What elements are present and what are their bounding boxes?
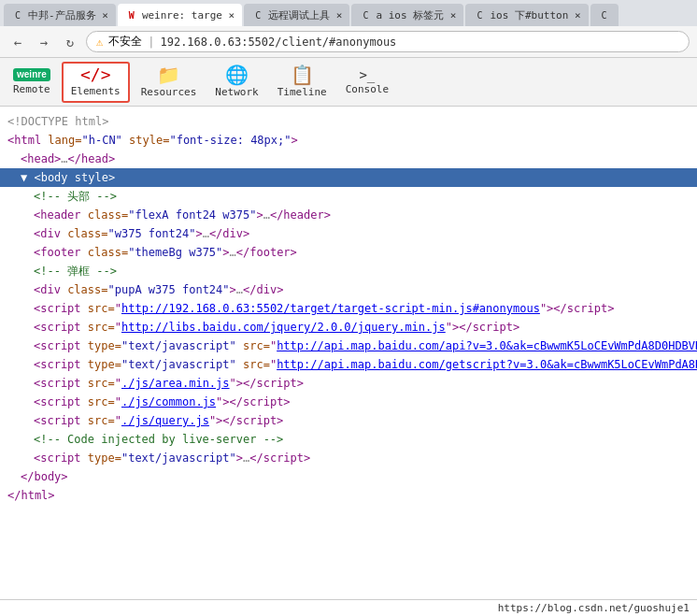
line-html: <script src="./js/area.min.js"></script> [34, 375, 304, 392]
line-html: <div class="pupA w375 font24">…</div> [34, 281, 283, 298]
refresh-button[interactable]: ↻ [60, 35, 80, 50]
line-html: <script type="text/javascript" src="http… [34, 356, 697, 373]
line-html: ▼ <body style> [21, 169, 115, 186]
tab-1-favicon: C [11, 8, 24, 21]
toolbar-elements-label: Elements [71, 85, 121, 97]
security-label: 不安全 [108, 34, 142, 50]
code-line[interactable]: <script type="text/javascript" src="http… [0, 337, 697, 355]
code-line[interactable]: <header class="flexA font24 w375">…</hea… [0, 206, 697, 224]
back-button[interactable]: ← [7, 35, 28, 50]
elements-icon: </> [80, 66, 111, 83]
code-line[interactable]: </body> [0, 467, 697, 486]
toolbar-resources[interactable]: 📁 Resources [134, 62, 205, 103]
line-html: <footer class="themeBg w375">…</footer> [34, 244, 297, 261]
tab-5-label: ios 下#button × [490, 8, 580, 22]
line-html: <!-- 弹框 --> [34, 263, 117, 279]
browser-tabs: C 中邦-产品服务 × W weinre: targe × C 远程调试上具 ×… [0, 0, 697, 26]
security-icon: ⚠ [96, 36, 103, 49]
devtools-toolbar: weinre Remote </> Elements 📁 Resources 🌐… [0, 58, 697, 107]
line-html: <div class="w375 font24">…</div> [34, 225, 249, 242]
code-line[interactable]: <!-- 头部 --> [0, 187, 697, 206]
code-panel[interactable]: <!DOCTYPE html><html lang="h-CN" style="… [0, 107, 697, 597]
code-line[interactable]: <!DOCTYPE html> [0, 112, 697, 131]
code-line[interactable]: </html> [0, 486, 697, 505]
toolbar-timeline[interactable]: 📋 Timeline [270, 62, 334, 103]
tab-6-favicon: C [598, 8, 611, 21]
doctype-text: <!DOCTYPE html> [7, 113, 108, 130]
code-line[interactable]: <div class="pupA w375 font24">…</div> [0, 280, 697, 299]
code-line[interactable]: <html lang="h-CN" style="font-size: 48px… [0, 131, 697, 150]
code-line[interactable]: <head>…</head> [0, 150, 697, 168]
line-html: <header class="flexA font24 w375">…</hea… [34, 207, 331, 223]
code-line[interactable]: <script src="./js/common.js"></script> [0, 393, 697, 411]
tab-3-label: 远程调试上具 × [268, 8, 342, 22]
url-bar[interactable]: ⚠ 不安全 | 192.168.0.63:5502/client/#anonym… [86, 31, 690, 52]
line-html: <html lang="h-CN" style="font-size: 48px… [7, 132, 298, 149]
code-line[interactable]: <script type="text/javascript" src="http… [0, 355, 697, 374]
tab-2[interactable]: W weinre: targe × [118, 4, 242, 26]
line-html: <!-- Code injected by live-server --> [34, 431, 283, 448]
toolbar-resources-label: Resources [141, 86, 197, 98]
code-line[interactable]: <!-- 弹框 --> [0, 262, 697, 280]
code-line[interactable]: <footer class="themeBg w375">…</footer> [0, 243, 697, 262]
tab-3[interactable]: C 远程调试上具 × [244, 4, 349, 26]
line-html: <script type="text/javascript" src="http… [34, 337, 697, 354]
toolbar-console-label: Console [346, 83, 389, 95]
code-line[interactable]: <div class="w375 font24">…</div> [0, 224, 697, 243]
line-html: </html> [7, 487, 55, 504]
line-html: <head>…</head> [21, 150, 115, 167]
toolbar-remote[interactable]: weinre Remote [6, 62, 58, 103]
tab-4-favicon: C [359, 8, 372, 21]
network-icon: 🌐 [225, 65, 249, 84]
line-html: </body> [21, 468, 68, 485]
tab-5[interactable]: C ios 下#button × [465, 4, 588, 26]
forward-button[interactable]: → [34, 35, 54, 50]
tab-3-favicon: C [251, 8, 264, 21]
toolbar-elements[interactable]: </> Elements [62, 62, 130, 103]
tab-1[interactable]: C 中邦-产品服务 × [4, 4, 116, 26]
code-line[interactable]: <script src="./js/query.js"></script> [0, 411, 697, 430]
line-html: <script src="http://libs.baidu.com/jquer… [34, 319, 519, 336]
line-html: <!-- 头部 --> [34, 188, 117, 205]
url-text: 192.168.0.63:5502/client/#anonymous [160, 36, 396, 49]
tab-4[interactable]: C a ios 标签元 × [351, 4, 463, 26]
toolbar-network[interactable]: 🌐 Network [207, 62, 265, 103]
tab-5-favicon: C [473, 8, 486, 21]
address-bar: ← → ↻ ⚠ 不安全 | 192.168.0.63:5502/client/#… [0, 26, 697, 58]
tab-2-favicon: W [125, 8, 138, 21]
line-html: <script type="text/javascript">…</script… [34, 450, 310, 466]
code-line[interactable]: <script src="http://libs.baidu.com/jquer… [0, 318, 697, 337]
line-html: <script src="http://192.168.0.63:5502/ta… [34, 300, 614, 317]
code-line[interactable]: ▼ <body style> [0, 168, 697, 187]
tab-1-label: 中邦-产品服务 × [28, 8, 108, 22]
tab-4-label: a ios 标签元 × [376, 8, 456, 22]
code-line[interactable]: <script src="./js/area.min.js"></script> [0, 374, 697, 393]
resources-icon: 📁 [157, 65, 180, 84]
toolbar-network-label: Network [215, 86, 258, 98]
url-separator: | [148, 36, 154, 49]
code-line[interactable]: <script type="text/javascript">…</script… [0, 449, 697, 467]
line-html: <script src="./js/common.js"></script> [34, 394, 291, 410]
code-line[interactable]: <!-- Code injected by live-server --> [0, 430, 697, 449]
timeline-icon: 📋 [291, 65, 314, 84]
line-html: <script src="./js/query.js"></script> [34, 412, 283, 429]
console-icon: >_ [359, 68, 375, 81]
code-line[interactable]: <script src="http://192.168.0.63:5502/ta… [0, 299, 697, 318]
toolbar-timeline-label: Timeline [277, 86, 327, 98]
toolbar-remote-label: Remote [13, 83, 50, 95]
tab-6[interactable]: C [590, 4, 619, 26]
remote-icon: weinre [13, 68, 50, 81]
tab-2-label: weinre: targe × [142, 9, 235, 21]
toolbar-console[interactable]: >_ Console [338, 62, 396, 103]
